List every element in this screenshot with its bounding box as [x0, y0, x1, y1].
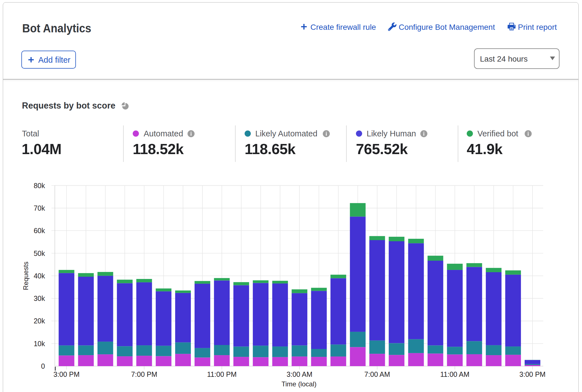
svg-text:10k: 10k: [34, 340, 45, 348]
svg-text:11:00 AM: 11:00 AM: [440, 370, 470, 378]
svg-text:40k: 40k: [34, 272, 45, 280]
svg-text:7:00 AM: 7:00 AM: [364, 370, 390, 378]
svg-text:3:00 AM: 3:00 AM: [287, 370, 312, 378]
svg-text:60k: 60k: [34, 227, 45, 235]
svg-text:0: 0: [41, 362, 45, 370]
svg-text:11:00 PM: 11:00 PM: [207, 370, 236, 378]
svg-text:3:00 PM: 3:00 PM: [519, 370, 545, 378]
svg-text:Requests: Requests: [22, 262, 30, 290]
svg-text:70k: 70k: [34, 204, 45, 212]
svg-text:7:00 PM: 7:00 PM: [131, 370, 157, 378]
svg-text:3:00 PM: 3:00 PM: [53, 370, 80, 378]
svg-text:Time (local): Time (local): [281, 380, 316, 388]
svg-text:50k: 50k: [34, 249, 45, 257]
svg-text:80k: 80k: [34, 182, 45, 190]
svg-text:30k: 30k: [34, 294, 45, 302]
svg-text:20k: 20k: [34, 317, 45, 325]
